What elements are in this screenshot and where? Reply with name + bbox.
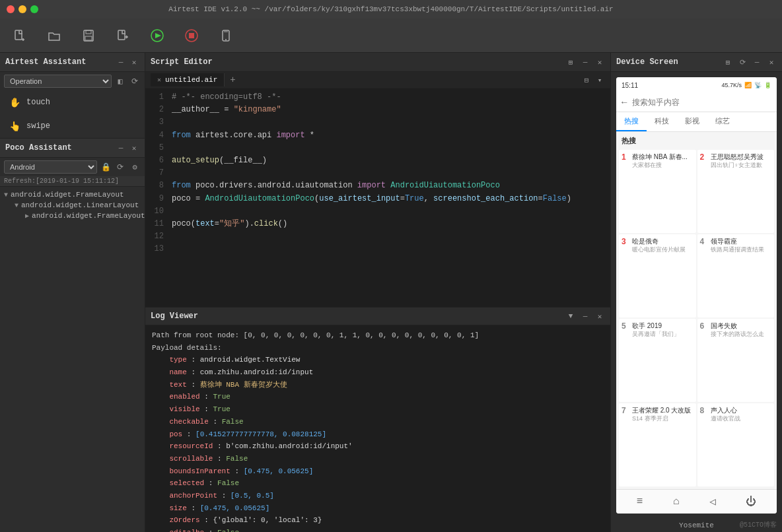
tree-arrow-0: ▼ — [4, 191, 8, 199]
swipe-item[interactable]: 👆 swipe — [0, 114, 145, 138]
phone-menu-icon[interactable]: ≡ — [637, 496, 643, 508]
poco-lock-icon[interactable]: 🔒 — [100, 161, 112, 173]
center-panel: Script Editor ⊞ — ✕ ✕ untitled.air + ⊟ ▾ — [145, 53, 610, 532]
phone-tab-movie[interactable]: 影视 — [677, 112, 707, 131]
close-button[interactable] — [7, 5, 15, 13]
save-button[interactable] — [77, 24, 100, 48]
poco-device-select[interactable]: Android — [4, 160, 97, 174]
tab-bar: ✕ untitled.air + ⊟ ▾ — [145, 72, 610, 88]
title-bar: Airtest IDE v1.2.0 ~~ /var/folders/ky/31… — [0, 0, 782, 18]
open-file-button[interactable] — [42, 24, 66, 48]
device-minimize-icon[interactable]: — — [752, 57, 762, 67]
svg-marker-6 — [155, 33, 161, 38]
phone-tab-variety[interactable]: 综艺 — [707, 112, 738, 131]
airtest-assistant-icons: — ✕ — [116, 57, 139, 67]
log-field-anchor: anchorPoint : [0.5, 0.5] — [152, 490, 604, 502]
device-refresh-icon[interactable]: ⟳ — [737, 57, 748, 67]
new-file-button[interactable] — [8, 24, 32, 48]
hot-rank-7: 7 — [622, 406, 629, 415]
tree-item-1[interactable]: ▼ android.widget.LinearLayout — [4, 200, 141, 211]
poco-refresh-icon[interactable]: ⟳ — [114, 161, 126, 173]
log-field-checkable: checkable : False — [152, 416, 604, 428]
hot-rank-1: 1 — [622, 152, 629, 162]
add-tab-button[interactable]: + — [225, 72, 240, 88]
airtest-close-icon[interactable]: ✕ — [129, 57, 139, 67]
phone-tab-tech[interactable]: 科技 — [647, 112, 677, 131]
op-icon2[interactable]: ⟳ — [129, 75, 141, 87]
code-content[interactable]: # -*- encoding=utf8 -*- __author__ = "ki… — [169, 91, 610, 304]
tree-item-2[interactable]: ▶ android.widget.FrameLayout — [4, 211, 141, 221]
right-panel: Device Screen ⊞ ⟳ — ✕ 15:11 45.7K/s 📶 📡 … — [610, 53, 782, 532]
tree-arrow-1: ▼ — [15, 202, 18, 209]
touch-item[interactable]: ✋ touch — [0, 90, 145, 114]
hot-sub-2: 因出轨门♀女主道歉 — [711, 161, 764, 170]
poco-close-icon[interactable]: ✕ — [129, 143, 139, 153]
tree-label-2: android.widget.FrameLayout — [32, 212, 145, 220]
poco-minimize-icon[interactable]: — — [116, 143, 126, 153]
swipe-label: swipe — [26, 121, 50, 131]
phone-time: 15:11 — [622, 82, 638, 89]
log-minimize-icon[interactable]: — — [580, 311, 590, 321]
phone-back-arrow[interactable]: ← — [622, 97, 627, 108]
editor-minimize-icon[interactable]: — — [580, 57, 590, 67]
log-field-zorders: zOrders : {'global': 0, 'local': 3} — [152, 514, 604, 527]
editor-tab-settings[interactable]: ▾ — [594, 75, 605, 85]
hot-rank-3: 3 — [622, 237, 629, 246]
airtest-assistant-title: Airtest Assistant — [5, 57, 86, 67]
device-button[interactable] — [214, 24, 238, 48]
tree-item-0[interactable]: ▼ android.widget.FrameLayout — [4, 189, 141, 200]
hot-item-8[interactable]: 8 声入人心 邀请收官战 — [697, 403, 775, 486]
hot-item-4[interactable]: 4 领导霸座 铁路局通报调查结果 — [697, 234, 775, 317]
phone-search-input[interactable] — [632, 98, 771, 107]
operation-select-row: Operation ◧ ⟳ — [0, 72, 145, 90]
device-header: Device Screen ⊞ ⟳ — ✕ — [611, 53, 782, 72]
log-field-name: name : com.zhihu.android:id/input — [152, 366, 604, 379]
stop-button[interactable] — [180, 24, 203, 48]
poco-assistant-header: Poco Assistant — ✕ — [0, 139, 145, 158]
phone-wifi-icon: 📡 — [754, 82, 762, 88]
hot-item-1[interactable]: 1 蔡徐坤 NBA 新春... 大家都在搜 — [619, 150, 696, 233]
hot-item-2[interactable]: 2 王思聪怒怼吴秀波 因出轨门♀女主道歉 — [697, 150, 775, 233]
log-field-text: text : 蔡徐坤 NBA 新春贺岁大使 — [152, 379, 604, 391]
editor-expand-icon[interactable]: ⊞ — [565, 57, 576, 67]
device-close-icon[interactable]: ✕ — [766, 57, 777, 67]
airtest-minimize-icon[interactable]: — — [116, 57, 126, 67]
touch-icon: ✋ — [8, 96, 21, 109]
log-close-icon[interactable]: ✕ — [594, 311, 605, 321]
operation-select[interactable]: Operation — [4, 75, 112, 88]
hot-rank-8: 8 — [700, 406, 708, 415]
hot-item-5[interactable]: 5 歌手 2019 吴再邀请「我们」 — [619, 319, 696, 402]
phone-tab-hot[interactable]: 热搜 — [616, 112, 647, 131]
poco-select-row: Android 🔒 ⟳ ⚙ — [0, 158, 145, 176]
device-grid-icon[interactable]: ⊞ — [723, 57, 733, 67]
phone-battery-icon: 🔋 — [764, 82, 771, 88]
poco-settings-icon[interactable]: ⚙ — [129, 161, 141, 173]
op-icon1[interactable]: ◧ — [114, 75, 126, 87]
minimize-button[interactable] — [18, 5, 26, 13]
phone-signal-icon: 📶 — [744, 82, 752, 88]
hot-item-3[interactable]: 3 哙是俄奇 暖心电影宣传片献展 — [619, 234, 696, 317]
hot-title-7: 王者荣耀 2.0 大改版 — [632, 406, 691, 415]
phone-back-icon[interactable]: ◁ — [709, 495, 716, 508]
script-editor: Script Editor ⊞ — ✕ ✕ untitled.air + ⊟ ▾ — [145, 53, 610, 308]
log-field-scrollable: scrollable : False — [152, 453, 604, 465]
phone-home-icon[interactable]: ⌂ — [673, 496, 680, 508]
hot-item-7[interactable]: 7 王者荣耀 2.0 大改版 S14 赛季开启 — [619, 403, 696, 486]
code-area[interactable]: 12345678910111213 # -*- encoding=utf8 -*… — [145, 88, 610, 307]
phone-power-icon[interactable]: ⏻ — [746, 496, 756, 508]
log-payload-label: Payload details: — [152, 342, 604, 354]
editor-close-icon[interactable]: ✕ — [594, 57, 605, 67]
editor-tab-expand[interactable]: ⊟ — [581, 75, 592, 85]
airtest-assistant-panel: Airtest Assistant — ✕ Operation ◧ ⟳ ✋ to… — [0, 53, 145, 139]
export-button[interactable] — [111, 24, 135, 48]
hot-title-2: 王思聪怒怼吴秀波 — [711, 152, 764, 161]
svg-point-10 — [225, 39, 227, 40]
tab-untitled[interactable]: ✕ untitled.air — [151, 73, 225, 86]
hot-rank-2: 2 — [700, 152, 708, 162]
maximize-button[interactable] — [30, 5, 38, 13]
hot-item-6[interactable]: 6 国考失败 接下来的路该怎么走 — [697, 319, 775, 402]
run-button[interactable] — [145, 24, 169, 48]
log-filter-icon[interactable]: ▼ — [565, 311, 576, 321]
log-field-pos: pos : [0.415277777777778, 0.0828125] — [152, 428, 604, 441]
airtest-assistant-header: Airtest Assistant — ✕ — [0, 53, 145, 72]
